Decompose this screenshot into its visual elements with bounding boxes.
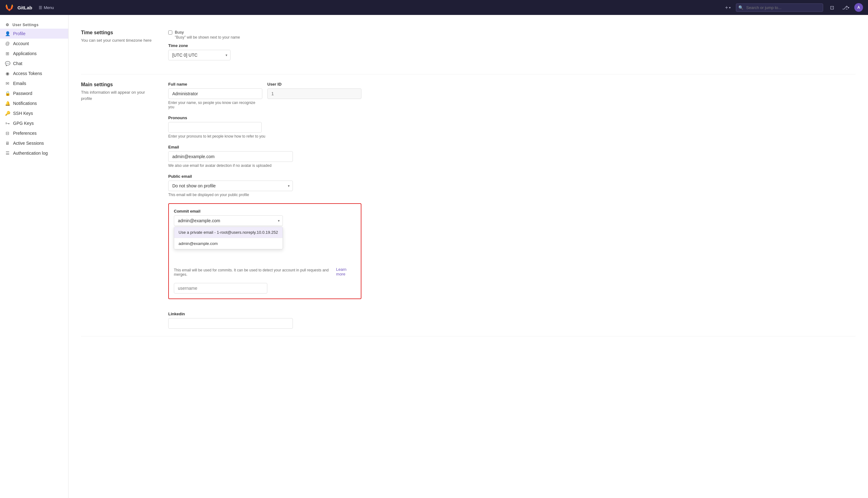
- sidebar-item-preferences[interactable]: ⊟ Preferences: [0, 128, 68, 138]
- commit-email-dropdown-menu: Use a private email - 1-root@users.norep…: [174, 226, 283, 249]
- sidebar-item-authentication-log[interactable]: ☰ Authentication log: [0, 148, 68, 158]
- public-email-group: Public email Do not show on profileadmin…: [168, 174, 361, 197]
- linkedin-input[interactable]: [168, 318, 293, 329]
- grid-icon: ⊞: [5, 51, 10, 56]
- learn-more-link[interactable]: Learn more: [336, 267, 356, 276]
- username-group: [174, 283, 356, 293]
- email-icon: ✉: [5, 81, 10, 86]
- main-settings-description: Main settings This information will appe…: [81, 82, 156, 329]
- commit-email-option-private[interactable]: Use a private email - 1-root@users.norep…: [174, 227, 283, 238]
- sidebar-item-gpg-keys[interactable]: 🗝 GPG Keys: [0, 118, 68, 128]
- pronouns-group: Pronouns Enter your pronouns to let peop…: [168, 116, 361, 139]
- time-settings-fields: Busy "Busy" will be shown next to your n…: [168, 30, 361, 67]
- username-section: [174, 283, 356, 293]
- commit-email-select-wrapper: admin@example.com ▾: [174, 215, 283, 226]
- email-label: Email: [168, 145, 361, 149]
- sidebar-nav-list: 👤 Profile @ Account ⊞ Applications 💬: [0, 29, 68, 158]
- lock-icon: 🔒: [5, 91, 10, 96]
- commit-email-dropdown-overlay: admin@example.com ▾ Use a private email …: [174, 215, 356, 226]
- busy-checkbox[interactable]: [168, 30, 172, 35]
- full-name-group: Full name Enter your name, so people you…: [168, 82, 262, 109]
- sidebar-item-emails[interactable]: ✉ Emails: [0, 78, 68, 88]
- todo-icon: ⊡: [830, 5, 834, 11]
- create-new-button[interactable]: ＋ ▾: [722, 2, 732, 12]
- public-email-hint: This email will be displayed on your pub…: [168, 193, 361, 197]
- search-input[interactable]: [736, 3, 823, 12]
- user-id-group: User ID: [267, 82, 361, 109]
- merge-icon: ⎇: [842, 5, 848, 11]
- pronouns-input[interactable]: [168, 122, 262, 133]
- token-icon: ◉: [5, 71, 10, 76]
- commit-email-group: Commit email admin@example.com ▾ Use a p…: [174, 209, 356, 277]
- full-name-input[interactable]: [168, 88, 262, 99]
- merge-request-button[interactable]: ⎇ ▾: [841, 2, 851, 12]
- commit-email-option-admin[interactable]: admin@example.com: [174, 238, 283, 249]
- fullname-userid-row: Full name Enter your name, so people you…: [168, 82, 361, 116]
- gitlab-logo-icon[interactable]: [5, 3, 14, 12]
- settings-icon: ⚙: [5, 23, 10, 27]
- commit-email-section: Commit email admin@example.com ▾ Use a p…: [168, 203, 361, 299]
- gpg-key-icon: 🗝: [5, 121, 10, 126]
- main-settings-desc-text: This information will appear on your pro…: [81, 89, 156, 102]
- pronouns-hint: Enter your pronouns to let people know h…: [168, 134, 361, 139]
- timezone-group: Time zone [UTC 0] UTC[UTC -5] Eastern Ti…: [168, 43, 361, 61]
- person-icon: 👤: [5, 31, 10, 36]
- sidebar: ⚙ User Settings 👤 Profile @ Account ⊞ Ap…: [0, 15, 68, 498]
- monitor-icon: 🖥: [5, 141, 10, 146]
- search-icon: 🔍: [738, 5, 743, 10]
- username-input[interactable]: [174, 283, 267, 293]
- at-icon: @: [5, 41, 10, 46]
- sliders-icon: ⊟: [5, 131, 10, 136]
- commit-email-label: Commit email: [174, 209, 356, 213]
- sidebar-item-active-sessions[interactable]: 🖥 Active Sessions: [0, 138, 68, 148]
- hamburger-icon: ☰: [39, 5, 42, 10]
- main-content: Time settings You can set your current t…: [68, 15, 868, 498]
- sidebar-item-profile[interactable]: 👤 Profile: [0, 29, 68, 39]
- plus-icon: ＋: [724, 4, 729, 11]
- todo-button[interactable]: ⊡: [827, 2, 837, 12]
- time-settings-heading: Time settings: [81, 30, 156, 36]
- main-settings-heading: Main settings: [81, 82, 156, 88]
- full-name-label: Full name: [168, 82, 262, 87]
- sidebar-item-password[interactable]: 🔒 Password: [0, 88, 68, 99]
- email-hint: We also use email for avatar detection i…: [168, 163, 361, 168]
- list-icon: ☰: [5, 150, 10, 156]
- user-id-input[interactable]: [267, 88, 361, 99]
- full-name-hint: Enter your name, so people you know can …: [168, 101, 262, 109]
- linkedin-group: Linkedin: [168, 305, 361, 329]
- busy-checkbox-group: Busy "Busy" will be shown next to your n…: [168, 30, 361, 40]
- sidebar-section-header: ⚙ User Settings: [0, 20, 68, 29]
- sidebar-item-chat[interactable]: 💬 Chat: [0, 58, 68, 68]
- timezone-select[interactable]: [UTC 0] UTC[UTC -5] Eastern Time (US & C…: [168, 50, 231, 61]
- main-settings-section: Main settings This information will appe…: [81, 74, 856, 337]
- user-id-label: User ID: [267, 82, 361, 87]
- main-settings-fields: Full name Enter your name, so people you…: [168, 82, 361, 329]
- app-name: GitLab: [17, 5, 33, 10]
- merge-dropdown-arrow: ▾: [848, 6, 849, 9]
- commit-email-select[interactable]: admin@example.com: [174, 215, 283, 226]
- sidebar-item-ssh-keys[interactable]: 🔑 SSH Keys: [0, 108, 68, 118]
- chat-icon: 💬: [5, 61, 10, 66]
- public-email-select-wrapper: Do not show on profileadmin@example.com …: [168, 181, 293, 191]
- commit-email-hint-text: This email will be used for commits. It …: [174, 268, 335, 277]
- timezone-select-wrapper: [UTC 0] UTC[UTC -5] Eastern Time (US & C…: [168, 50, 231, 61]
- time-settings-description: Time settings You can set your current t…: [81, 30, 156, 67]
- public-email-label: Public email: [168, 174, 361, 179]
- avatar[interactable]: A: [854, 3, 863, 12]
- menu-button[interactable]: ☰ Menu: [36, 4, 57, 11]
- sidebar-item-applications[interactable]: ⊞ Applications: [0, 49, 68, 58]
- linkedin-label: Linkedin: [168, 312, 361, 316]
- search-wrapper: 🔍: [736, 3, 823, 12]
- bell-icon: 🔔: [5, 101, 10, 106]
- public-email-select[interactable]: Do not show on profileadmin@example.com: [168, 181, 293, 191]
- email-group: Email We also use email for avatar detec…: [168, 145, 361, 168]
- timezone-label: Time zone: [168, 43, 361, 48]
- top-navigation: GitLab ☰ Menu ＋ ▾ 🔍 ⊡ ⎇ ▾ A: [0, 0, 868, 15]
- sidebar-item-access-tokens[interactable]: ◉ Access Tokens: [0, 68, 68, 78]
- sidebar-item-notifications[interactable]: 🔔 Notifications: [0, 99, 68, 108]
- email-input[interactable]: [168, 151, 293, 162]
- time-settings-section: Time settings You can set your current t…: [81, 23, 856, 74]
- sidebar-item-account[interactable]: @ Account: [0, 39, 68, 49]
- pronouns-label: Pronouns: [168, 116, 361, 120]
- plus-dropdown-arrow: ▾: [729, 6, 731, 9]
